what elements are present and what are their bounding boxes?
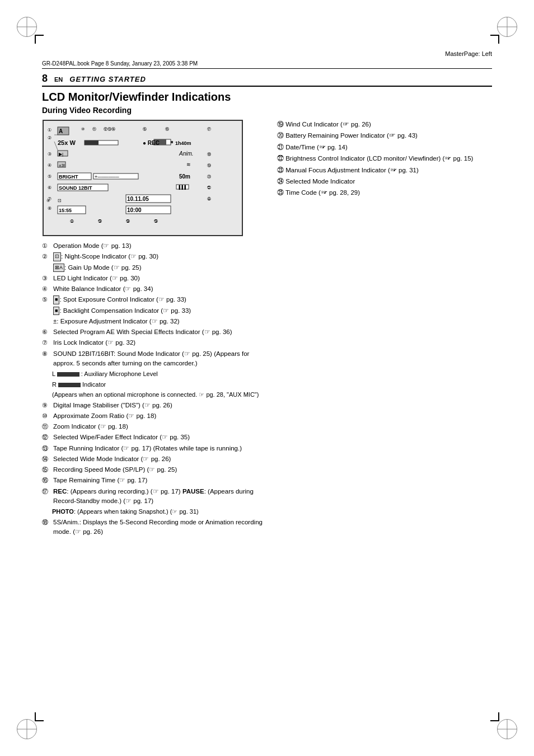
top-rule <box>42 68 492 69</box>
two-column-layout: ① ② A ⑩ ⑪ ⑫⑬⑭ ⑮ ⑯ 25x W <box>42 119 492 538</box>
desc-item-5c: ±: Exposure Adjustment Indicator (☞ pg. … <box>42 317 266 326</box>
svg-text:≋: ≋ <box>186 162 191 167</box>
desc-text-11: Zoom Indicator (☞ pg. 18) <box>53 422 266 431</box>
desc-item-7: ⑦ Iris Lock Indicator (☞ pg. 32) <box>42 338 266 348</box>
spot-exposure-icon: ■ <box>53 295 59 304</box>
left-column: ① ② A ⑩ ⑪ ⑫⑬⑭ ⑮ ⑯ 25x W <box>42 119 266 538</box>
svg-text:㉒: ㉒ <box>70 219 74 223</box>
svg-text:㉑: ㉑ <box>207 186 211 190</box>
desc-text-9: Digital Image Stabiliser ("DIS") (☞ pg. … <box>53 401 266 410</box>
desc-text-17b: PHOTO: (Appears when taking Snapshot.) (… <box>52 507 266 516</box>
svg-text:⑰: ⑰ <box>207 127 211 131</box>
desc-text-8: SOUND 12BIT/16BIT: Sound Mode Indicator … <box>53 349 266 369</box>
gain-up-icon: ⊠A <box>53 264 64 273</box>
mic-level-l <box>57 372 79 377</box>
desc-item-4: ④ White Balance Indicator (☞ pg. 34) <box>42 284 266 294</box>
svg-text:⑧: ⑧ <box>48 206 51 211</box>
right-num-22: ㉒ <box>277 155 284 162</box>
desc-text-17: REC: (Appears during recording.) (☞ pg. … <box>53 487 266 506</box>
desc-item-15: ⑮ Recording Speed Mode (SP/LP) (☞ pg. 25… <box>42 465 266 475</box>
desc-item-6: ⑥ Selected Program AE With Special Effec… <box>42 327 266 337</box>
reg-mark-top-right <box>497 17 517 37</box>
desc-num-12: ⑫ <box>42 433 53 442</box>
right-item-23: ㉓ Manual Focus Adjustment Indicator (☞ p… <box>277 165 492 175</box>
svg-text:● REC: ● REC <box>143 140 160 146</box>
desc-num-10: ⑩ <box>42 411 53 421</box>
desc-num-8: ⑧ <box>42 349 53 359</box>
photo-label: PHOTO <box>52 508 74 515</box>
desc-num-16: ⑯ <box>42 476 53 485</box>
right-item-22: ㉒ Brightness Control Indicator (LCD moni… <box>277 153 492 163</box>
svg-text:②: ② <box>48 135 51 140</box>
desc-text-16: Tape Remaining Time (☞ pg. 17) <box>53 476 266 485</box>
svg-text:㉓: ㉓ <box>98 219 102 223</box>
desc-item-16: ⑯ Tape Remaining Time (☞ pg. 17) <box>42 476 266 485</box>
desc-item-14: ⑭ Selected Wide Mode Indicator (☞ pg. 26… <box>42 454 266 464</box>
svg-text:⑤: ⑤ <box>48 174 51 179</box>
desc-item-13: ⑬ Tape Running Indicator (☞ pg. 17) (Rot… <box>42 444 266 453</box>
corner-bracket-tl <box>35 35 44 44</box>
desc-num-5: ⑤ <box>42 295 53 304</box>
lang-code: EN <box>54 76 63 83</box>
reg-mark-top-left <box>17 17 37 37</box>
desc-item-5: ⑤ ■: Spot Exposure Control Indicator (☞ … <box>42 295 266 304</box>
svg-text:50m: 50m <box>179 173 190 180</box>
desc-text-6: Selected Program AE With Special Effects… <box>53 327 266 337</box>
svg-rect-15 <box>171 141 173 143</box>
corner-bracket-tr <box>490 35 499 44</box>
desc-item-17: ⑰ REC: (Appears during recording.) (☞ pg… <box>42 487 266 506</box>
right-column: ⑲ Wind Cut Indicator (☞ pg. 26) ⑳ Batter… <box>277 119 492 199</box>
desc-item-18: ⑱ 5S/Anim.: Displays the 5-Second Record… <box>42 518 266 537</box>
desc-text-10: Approximate Zoom Ratio (☞ pg. 18) <box>53 411 266 421</box>
desc-num-18: ⑱ <box>42 518 53 527</box>
desc-num-3: ③ <box>42 274 53 283</box>
desc-text-8d: (Appears when an optional microphone is … <box>52 390 266 400</box>
night-scope-icon: ⊡ <box>53 252 61 261</box>
svg-text:㉒: ㉒ <box>207 197 211 201</box>
right-item-20: ⑳ Battery Remaining Power Indicator (☞ p… <box>277 130 492 140</box>
desc-item-8: ⑧ SOUND 12BIT/16BIT: Sound Mode Indicato… <box>42 349 266 369</box>
svg-text:±3I: ±3I <box>59 163 65 168</box>
svg-text:③: ③ <box>48 152 51 157</box>
svg-text:1h40m: 1h40m <box>175 140 191 146</box>
right-item-19: ⑲ Wind Cut Indicator (☞ pg. 26) <box>277 119 492 129</box>
desc-num-11: ⑪ <box>42 422 53 431</box>
page-header: 8 EN GETTING STARTED <box>42 73 492 87</box>
desc-num-1: ① <box>42 241 53 251</box>
right-item-21: ㉑ Date/Time (☞ pg. 14) <box>277 142 492 152</box>
svg-text:⑯: ⑯ <box>165 127 169 131</box>
svg-text:⑱: ⑱ <box>207 152 211 156</box>
desc-text-1: Operation Mode (☞ pg. 13) <box>53 241 266 251</box>
svg-text:⑫⑬⑭: ⑫⑬⑭ <box>104 127 115 131</box>
desc-item-8b: L : Auxiliary Microphone Level <box>52 369 266 379</box>
corner-bracket-br <box>490 712 499 721</box>
desc-num-6: ⑥ <box>42 327 53 337</box>
svg-text:⑨: ⑨ <box>46 199 50 203</box>
right-num-23: ㉓ <box>277 167 284 173</box>
page-number: 8 <box>42 73 48 84</box>
desc-text-8b: L : Auxiliary Microphone Level <box>52 369 266 379</box>
desc-text-7: Iris Lock Indicator (☞ pg. 32) <box>53 338 266 348</box>
desc-num-7: ⑦ <box>42 338 53 348</box>
svg-rect-12 <box>85 140 99 145</box>
desc-text-2b: ⊠A: Gain Up Mode (☞ pg. 25) <box>53 263 266 273</box>
svg-text:SOUND 12BIT: SOUND 12BIT <box>59 185 92 191</box>
desc-item-17b: PHOTO: (Appears when taking Snapshot.) (… <box>52 507 266 516</box>
mic-level-r <box>58 383 81 387</box>
desc-text-5c: ±: Exposure Adjustment Indicator (☞ pg. … <box>53 317 266 326</box>
desc-text-3: LED Light Indicator (☞ pg. 30) <box>53 274 266 283</box>
desc-item-3: ③ LED Light Indicator (☞ pg. 30) <box>42 274 266 283</box>
desc-item-12: ⑫ Selected Wipe/Fader Effect Indicator (… <box>42 433 266 442</box>
svg-text:⑪: ⑪ <box>92 127 96 131</box>
desc-item-10: ⑩ Approximate Zoom Ratio (☞ pg. 18) <box>42 411 266 421</box>
svg-text:10:00: 10:00 <box>127 207 142 213</box>
svg-text:10.11.05: 10.11.05 <box>127 196 149 202</box>
desc-text-12: Selected Wipe/Fader Effect Indicator (☞ … <box>53 433 266 442</box>
file-info: GR-D248PAL.book Page 8 Sunday, January 2… <box>42 60 198 67</box>
desc-num-2: ② <box>42 252 53 261</box>
svg-text:⑩: ⑩ <box>81 127 85 131</box>
desc-item-8d: (Appears when an optional microphone is … <box>52 390 266 400</box>
svg-text:㉕: ㉕ <box>154 219 158 223</box>
svg-text:⊡: ⊡ <box>58 198 62 203</box>
left-description-list: ① Operation Mode (☞ pg. 13) ② ⊡: Night-S… <box>42 241 266 537</box>
